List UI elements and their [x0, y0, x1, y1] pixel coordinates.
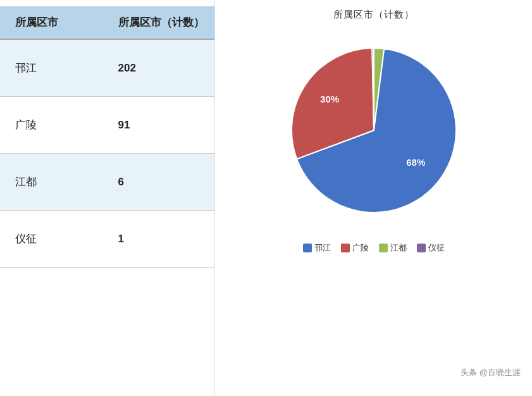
legend-color-广陵 [341, 244, 350, 252]
chart-title: 所属区市（计数） [333, 9, 414, 21]
legend-label-仪征: 仪征 [428, 242, 445, 254]
pie-label-广陵: 30% [320, 94, 339, 104]
table-row: 广陵 91 [0, 97, 214, 154]
legend-label-江都: 江都 [390, 242, 407, 254]
table-row: 邗江 202 [0, 40, 214, 97]
legend-item-广陵: 广陵 [341, 242, 369, 254]
table-header: 所属区市 所属区市（计数） [0, 6, 214, 40]
legend-item-江都: 江都 [379, 242, 407, 254]
app: 所属区市 所属区市（计数） 邗江 202 广陵 91 江都 6 仪征 1 所属区… [0, 0, 532, 396]
legend-color-江都 [379, 244, 388, 252]
table-section: 所属区市 所属区市（计数） 邗江 202 广陵 91 江都 6 仪征 1 [0, 0, 215, 396]
pie-label-邗江: 68% [406, 157, 425, 168]
legend-label-广陵: 广陵 [352, 242, 369, 254]
legend-item-仪征: 仪征 [417, 242, 445, 254]
legend: 邗江 广陵 江都 仪征 [303, 242, 445, 254]
pie-chart: 68%30% [266, 32, 481, 235]
count-cell: 91 [112, 119, 215, 132]
count-cell: 1 [112, 233, 215, 245]
count-cell: 6 [112, 176, 215, 189]
district-cell: 江都 [0, 175, 112, 189]
table-row: 仪征 1 [0, 211, 214, 268]
district-cell: 广陵 [0, 118, 112, 132]
table-row: 江都 6 [0, 154, 214, 211]
legend-color-仪征 [417, 244, 426, 252]
legend-label-邗江: 邗江 [314, 242, 331, 254]
count-cell: 202 [112, 62, 215, 75]
chart-section: 所属区市（计数） 68%30% 邗江 广陵 江都 仪征 头条 @百晓生涯 [215, 0, 532, 396]
table-body: 邗江 202 广陵 91 江都 6 仪征 1 [0, 40, 214, 396]
district-cell: 仪征 [0, 232, 112, 246]
legend-color-邗江 [303, 244, 312, 252]
watermark: 头条 @百晓生涯 [461, 367, 521, 378]
header-col-district: 所属区市 [0, 15, 112, 30]
header-col-count: 所属区市（计数） [112, 15, 215, 30]
legend-item-邗江: 邗江 [303, 242, 331, 254]
district-cell: 邗江 [0, 61, 112, 75]
pie-container: 68%30% [266, 32, 481, 235]
